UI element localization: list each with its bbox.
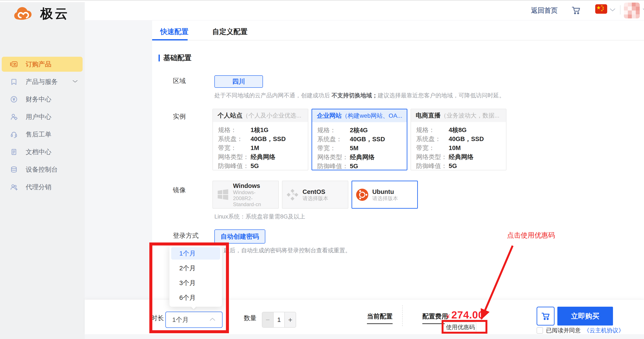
- config-fee-amount: ¥ 274.00: [446, 309, 484, 321]
- linux-note: Linux系统：系统盘容量需8G及以上: [214, 213, 305, 220]
- image-desc: Windows-2008R2-Standard-cn: [233, 190, 273, 208]
- image-label: 镜像: [173, 186, 186, 194]
- instance-label: 实例: [173, 112, 186, 121]
- sidebar-item-label: 用户中心: [26, 112, 51, 121]
- section-title-bar: [158, 54, 160, 62]
- sidebar-item-products-services[interactable]: 产品与服务: [2, 74, 82, 89]
- buy-now-button[interactable]: 立即购买: [557, 307, 613, 326]
- device-console-icon: [10, 165, 18, 174]
- sidebar-item-docs-center[interactable]: 文档中心: [2, 144, 82, 160]
- back-home-link[interactable]: 返回首页: [531, 6, 558, 15]
- sidebar-item-label: 财务中心: [26, 95, 51, 104]
- sidebar-item-user-center[interactable]: 用户中心: [2, 109, 82, 124]
- sidebar: 极云 订购产品 产品与服务: [0, 2, 85, 339]
- login-note: 建后，自动生成的密码将登录控制台查看或重置。: [224, 246, 351, 254]
- add-to-cart-button[interactable]: [536, 307, 554, 326]
- instance-card-subtitle: （构建web网站、OA...: [342, 112, 402, 120]
- user-center-icon: [10, 112, 18, 121]
- tab-custom-config[interactable]: 自定义配置: [212, 27, 248, 36]
- spec-row: 系统盘：40GB，SSD: [317, 134, 402, 144]
- avatar[interactable]: [624, 2, 640, 18]
- summary-divider: [402, 305, 403, 326]
- sidebar-item-agent-distribution[interactable]: 代理分销: [2, 180, 82, 194]
- duration-option-3month[interactable]: 3个月: [171, 277, 220, 289]
- image-desc: 请选择版本: [372, 196, 398, 202]
- quantity-increase-button[interactable]: +: [284, 312, 296, 327]
- config-fee-link[interactable]: 配置费用: [422, 312, 448, 324]
- spec-row: 规格：2核4G: [317, 126, 402, 134]
- agreement-link[interactable]: 《云主机协议》: [584, 326, 624, 334]
- spec-row: 防御峰值：5G: [317, 162, 402, 170]
- image-name: Windows: [233, 182, 273, 190]
- brand-logo[interactable]: 极云: [12, 5, 69, 22]
- sidebar-item-label: 产品与服务: [26, 78, 58, 86]
- duration-option-2month[interactable]: 2个月: [171, 262, 220, 274]
- cart-icon[interactable]: [570, 5, 582, 16]
- region-note: 处于不同地域的云产品内网不通，创建成功后 不支持切换地域；建议选择最靠近您客户的…: [214, 92, 505, 99]
- duration-option-6month[interactable]: 6个月: [171, 292, 220, 304]
- sidebar-item-device-console[interactable]: 设备控制台: [2, 162, 82, 177]
- spec-row: 带宽：10M: [416, 144, 501, 152]
- order-product-icon: [10, 60, 18, 69]
- agreement-row: 已阅读并同意 《云主机协议》: [536, 326, 624, 334]
- spec-row: 带宽：1M: [218, 144, 303, 152]
- image-cards: Windows Windows-2008R2-Standard-cn: [212, 181, 418, 209]
- support-ticket-icon: [10, 130, 18, 139]
- sidebar-item-label: 代理分销: [26, 183, 51, 192]
- sidebar-item-order-product[interactable]: 订购产品: [2, 57, 82, 72]
- ubuntu-icon: [356, 188, 369, 202]
- instance-card-personal[interactable]: 个人站点（个人及小企业优选... 规格：1核1G 系统盘：40GB，SSD 带宽…: [212, 109, 308, 170]
- duration-option-1month[interactable]: 1个月: [171, 247, 220, 260]
- instance-card-ecommerce[interactable]: 电商直播（业务波动大，数据... 规格：4核8G 系统盘：40GB，SSD 带宽…: [410, 109, 506, 170]
- chevron-down-icon[interactable]: [642, 8, 644, 13]
- sidebar-item-label: 订购产品: [26, 60, 51, 69]
- image-card-ubuntu[interactable]: Ubuntu 请选择版本: [352, 181, 418, 209]
- auto-password-option[interactable]: 自动创建密码: [214, 230, 265, 244]
- instance-card-title: 企业网站: [317, 112, 342, 120]
- chevron-down-icon[interactable]: [609, 8, 616, 13]
- image-card-windows[interactable]: Windows Windows-2008R2-Standard-cn: [212, 181, 279, 209]
- image-card-centos[interactable]: CentOS 请选择版本: [282, 181, 348, 209]
- use-coupon-button[interactable]: 使用优惠码: [444, 322, 476, 332]
- windows-icon: [216, 188, 230, 202]
- quantity-label: 数量: [244, 314, 256, 322]
- config-tabs: 快速配置 自定义配置: [152, 20, 644, 40]
- active-tab-underline: [152, 39, 188, 40]
- products-services-icon: [10, 77, 18, 86]
- instance-card-subtitle: （个人及小企业优选...: [242, 112, 301, 120]
- spec-row: 网络类型：经典网络: [218, 152, 303, 161]
- currency-symbol: ¥: [446, 313, 450, 320]
- instance-card-subtitle: （业务波动大，数据...: [440, 112, 499, 120]
- cloud-logo-icon: [12, 6, 36, 22]
- spec-row: 系统盘：40GB，SSD: [416, 134, 501, 144]
- duration-select[interactable]: 1个月: [166, 312, 222, 328]
- finance-center-icon: [10, 95, 18, 104]
- quantity-decrease-button[interactable]: −: [262, 312, 274, 327]
- spec-row: 防御峰值：5G: [218, 161, 303, 170]
- region-label: 区域: [173, 76, 186, 86]
- spec-row: 网络类型：经典网络: [416, 152, 501, 161]
- image-name: CentOS: [302, 188, 328, 196]
- spec-row: 规格：4核8G: [416, 126, 501, 134]
- instance-card-enterprise[interactable]: 企业网站（构建web网站、OA... 规格：2核4G 系统盘：40GB，SSD …: [312, 109, 407, 170]
- china-flag-icon[interactable]: ★ ★ ★ ★ ★: [595, 4, 607, 14]
- instance-card-title: 个人站点: [218, 111, 242, 120]
- quantity-stepper: − 1 +: [262, 312, 296, 328]
- current-config-link[interactable]: 当前配置: [367, 312, 392, 324]
- spec-row: 带宽：5M: [317, 144, 402, 152]
- cart-icon: [540, 311, 551, 322]
- region-option-sichuan[interactable]: 四川: [214, 75, 263, 88]
- purchase-bar: 时长 1个月 数量 − 1 + 当前配置 配置费用 ¥ 274.00 使用优惠码: [85, 300, 644, 334]
- tab-quick-config[interactable]: 快速配置: [160, 27, 188, 36]
- agreement-checkbox[interactable]: [536, 327, 543, 334]
- spec-row: 系统盘：40GB，SSD: [218, 134, 303, 144]
- sidebar-item-support-ticket[interactable]: 售后工单: [2, 127, 82, 142]
- docs-center-icon: [10, 148, 18, 156]
- app: 极云 订购产品 产品与服务: [0, 0, 644, 339]
- spec-row: 规格：1核1G: [218, 126, 303, 134]
- sidebar-item-finance-center[interactable]: 财务中心: [2, 92, 82, 107]
- agreement-text: 已阅读并同意: [546, 326, 581, 334]
- sidebar-item-label: 设备控制台: [26, 165, 58, 174]
- spec-row: 网络类型：经典网络: [317, 152, 402, 162]
- chevron-up-icon: [209, 318, 216, 322]
